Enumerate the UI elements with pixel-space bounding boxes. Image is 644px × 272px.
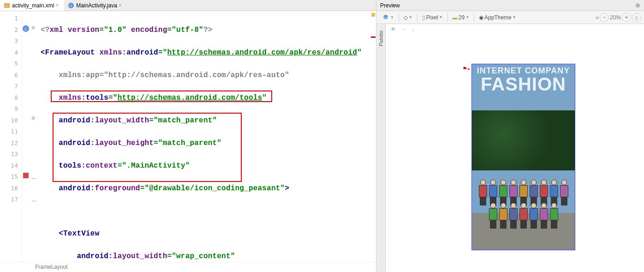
rotate-icon: ◇ xyxy=(404,14,408,21)
theme-select-button[interactable]: ◉ AppTheme▼ xyxy=(476,12,519,23)
palette-tab[interactable]: Palette xyxy=(376,24,386,272)
editor-pane: <> activity_main.xml × C MainActivity.ja… xyxy=(0,0,376,272)
api-select-button[interactable]: ▬ 29▼ xyxy=(450,12,472,23)
svg-marker-7 xyxy=(383,17,388,19)
fold-handle-icon[interactable]: ⊖ xyxy=(31,25,35,30)
code-area: 1 2 3 4 5 6 7 8 9 10 11 12 13 14 15 16 1… xyxy=(0,11,376,262)
arrows-h-icon[interactable]: ↔ xyxy=(401,26,407,33)
fold-gutter: ⊖ ⊖ xyxy=(30,11,39,262)
tab-label: MainActivity.java xyxy=(76,2,117,9)
tab-activity-main-xml[interactable]: <> activity_main.xml × xyxy=(0,0,64,11)
breakpoint-marker[interactable] xyxy=(23,173,29,178)
fold-handle-icon[interactable]: ⊖ xyxy=(31,115,35,121)
preview-header: Preview ⚙ xyxy=(376,0,644,11)
device-select-button[interactable]: ▯ Pixel▼ xyxy=(419,12,446,23)
surface-select-button[interactable]: ▼ xyxy=(379,12,397,23)
preview-body: Palette 👁 ↔ ↕ ➷ INTERNET COMPANY FASHION xyxy=(376,24,644,272)
phone-icon: ▯ xyxy=(422,14,425,21)
error-stripe xyxy=(371,11,376,262)
zoom-value: 20% xyxy=(610,14,621,21)
breadcrumb[interactable]: FrameLayout xyxy=(35,264,68,270)
close-icon[interactable]: × xyxy=(56,3,60,8)
gutter-icons: C 💡 xyxy=(22,11,30,262)
annotation-arrow-icon: ➷ xyxy=(460,61,472,75)
preview-canvas-area: 👁 ↔ ↕ ➷ INTERNET COMPANY FASHION xyxy=(386,24,644,272)
zoom-fit-button[interactable]: ⌂ xyxy=(632,13,641,22)
xml-file-icon: <> xyxy=(4,2,10,9)
fold-end-marker xyxy=(32,178,36,179)
preview-toolbar: ▼ ◇▼ ▯ Pixel▼ ▬ 29▼ ◉ AppTheme▼ » − 20% … xyxy=(376,11,644,24)
zoom-out-button[interactable]: − xyxy=(600,13,609,22)
gear-icon[interactable]: ⚙ xyxy=(635,2,640,9)
file-tabs: <> activity_main.xml × C MainActivity.ja… xyxy=(0,0,376,11)
eye-icon[interactable]: 👁 xyxy=(390,26,396,33)
warning-marker[interactable] xyxy=(371,13,375,17)
code-editor[interactable]: <?xml version="1.0" encoding="utf-8"?> <… xyxy=(39,11,376,262)
java-class-icon: C xyxy=(68,2,74,9)
more-icon[interactable]: » xyxy=(596,14,599,21)
svg-text:C: C xyxy=(24,27,28,31)
svg-text:<>: <> xyxy=(5,5,9,7)
preview-title: Preview xyxy=(380,2,635,9)
close-icon[interactable]: × xyxy=(119,3,124,8)
arrows-v-icon[interactable]: ↕ xyxy=(411,26,415,33)
android-icon: ▬ xyxy=(453,15,458,20)
line-number-gutter: 1 2 3 4 5 6 7 8 9 10 11 12 13 14 15 16 1… xyxy=(0,11,22,262)
tab-main-activity-java[interactable]: C MainActivity.java × xyxy=(64,0,127,11)
palette-label: Palette xyxy=(378,30,384,46)
zoom-controls: » − 20% + ⌂ xyxy=(596,13,641,22)
mockup-illustration xyxy=(474,154,573,228)
breadcrumb-bar: FrameLayout xyxy=(0,262,376,272)
orientation-button[interactable]: ◇▼ xyxy=(401,12,415,23)
preview-pane: Preview ⚙ ▼ ◇▼ ▯ Pixel▼ ▬ 29▼ ◉ AppTheme… xyxy=(376,0,644,272)
canvas-tools: 👁 ↔ ↕ xyxy=(386,24,644,34)
device-mockup[interactable]: INTERNET COMPANY FASHION xyxy=(471,64,575,250)
mockup-title: INTERNET COMPANY FASHION xyxy=(472,64,575,92)
class-marker-icon: C xyxy=(22,25,30,32)
fold-end-marker xyxy=(32,201,36,201)
theme-icon: ◉ xyxy=(479,14,483,21)
change-marker[interactable] xyxy=(371,36,376,38)
zoom-in-button[interactable]: + xyxy=(622,13,631,22)
tab-label: activity_main.xml xyxy=(12,2,54,9)
preview-canvas[interactable]: ➷ INTERNET COMPANY FASHION xyxy=(386,34,644,272)
svg-text:C: C xyxy=(70,4,72,8)
